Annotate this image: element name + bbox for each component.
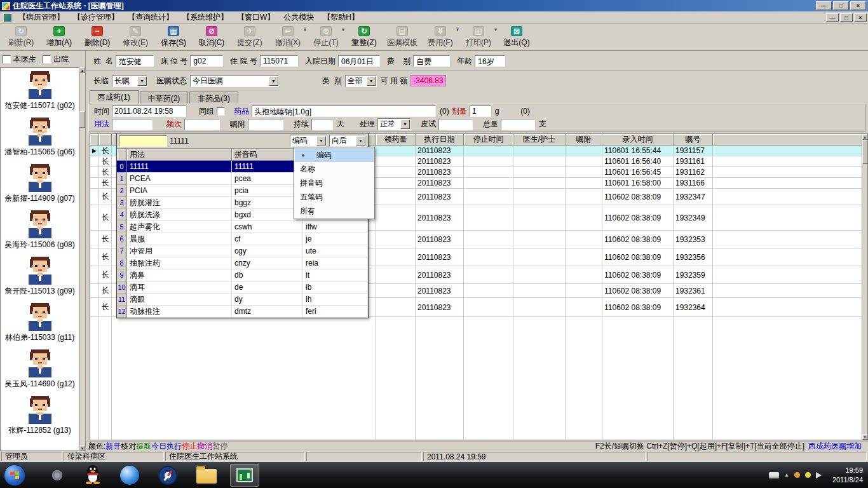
column-header-flag[interactable]	[99, 134, 112, 146]
column-header-entry-time[interactable]: 录入时间	[602, 134, 674, 146]
process-select[interactable]: 正常▼	[377, 118, 410, 130]
column-header-qty[interactable]: 领药量	[376, 134, 416, 146]
menu-item[interactable]: 【病历管理】	[14, 11, 69, 24]
usage-option-row[interactable]: 12 动脉推注 dmtz feri	[117, 306, 368, 318]
menu-item[interactable]: 【诊疗管理】	[69, 11, 123, 24]
order-template-icon[interactable]: ▤ 医嘱模板 ▾	[384, 25, 421, 50]
chevron-down-icon[interactable]: ▼	[269, 76, 278, 86]
exit-icon[interactable]: ⊠ 退出(Q) ▾	[498, 25, 535, 50]
keyboard-icon[interactable]	[769, 472, 779, 478]
patient-list-item[interactable]: 余新擢-114909 (g07)	[1, 161, 79, 207]
start-button[interactable]	[4, 464, 25, 486]
compass-icon[interactable]	[158, 466, 177, 485]
skin-test-input[interactable]	[438, 119, 473, 130]
usage-search-input[interactable]	[119, 135, 167, 147]
usage-option-row[interactable]: 10 滴耳 de ib	[117, 281, 368, 294]
scroll-down-icon[interactable]: ▼	[79, 445, 85, 451]
patient-list-item[interactable]: 林伯弟-115033 (g11)	[1, 300, 79, 346]
patient-list-item[interactable]: 吴海玲-115006 (g08)	[1, 207, 79, 254]
cancel-icon[interactable]: ⊘ 取消(C) ▾	[193, 25, 230, 50]
order-status-select[interactable]: 今日医嘱▼	[190, 75, 279, 87]
search-direction-select[interactable]: 向后▼	[329, 135, 366, 147]
dropdown-arrow-icon[interactable]: ▾	[494, 27, 497, 32]
fee-icon[interactable]: ¥ 费用(F) ▾	[422, 25, 459, 50]
taskbar-clock[interactable]: 19:59 2011/8/24	[832, 466, 863, 484]
print-icon[interactable]: ▥ 打印(P) ▾	[460, 25, 497, 50]
folder-icon[interactable]	[196, 469, 217, 484]
scroll-thumb[interactable]	[79, 111, 85, 128]
column-header-exec-date[interactable]: 执行日期	[416, 134, 464, 146]
discharged-checkbox[interactable]	[43, 55, 51, 64]
drug-tab[interactable]: 西成药(1)	[90, 90, 139, 104]
drug-input[interactable]: 头孢地嗪钠[1.0g]	[252, 105, 436, 117]
orders-table-scrollbar[interactable]: ▲ ▼	[862, 134, 867, 440]
column-header-note[interactable]: 嘱附	[566, 134, 602, 146]
patient-list-item[interactable]: 张辉-112852 (g13)	[1, 393, 79, 439]
my-doctor-checkbox[interactable]	[3, 55, 11, 64]
usage-option-row[interactable]: 9 滴鼻 db it	[117, 269, 368, 281]
menu-item[interactable]: 【帮助H】	[318, 11, 363, 24]
maximize-button[interactable]: □	[833, 1, 849, 10]
duration-input[interactable]	[311, 119, 333, 130]
submit-icon[interactable]: ✈ 提交(Z) ▾	[231, 25, 268, 50]
time-input[interactable]: 2011.08.24 19:58	[112, 105, 186, 117]
total-input[interactable]	[501, 119, 535, 130]
scroll-down-icon[interactable]: ▼	[862, 434, 868, 440]
column-header-doctor[interactable]: 医生/护士	[513, 134, 566, 146]
usage-option-row[interactable]: 7 冲管用 cgy ute	[117, 245, 368, 257]
scroll-thumb[interactable]	[862, 140, 868, 164]
dropdown-arrow-icon[interactable]: ▾	[456, 27, 459, 32]
volume-icon[interactable]	[816, 472, 825, 478]
search-mode-option[interactable]: ● 拼音码	[295, 176, 374, 190]
chevron-down-icon[interactable]: ▼	[400, 119, 410, 129]
column-header-stop-time[interactable]: 停止时间	[464, 134, 513, 146]
close-button[interactable]: ×	[850, 1, 866, 10]
drug-tab[interactable]: 中草药(2)	[140, 92, 189, 104]
dropdown-arrow-icon[interactable]: ▾	[342, 27, 344, 32]
menu-item[interactable]: 【查询统计】	[123, 11, 178, 24]
search-mode-option[interactable]: ● 名称	[295, 162, 374, 176]
qq-icon[interactable]	[85, 464, 101, 486]
tray-expand-icon[interactable]: ▲	[784, 472, 789, 478]
usage-option-row[interactable]: 8 抽脓注药 cnzy reia	[117, 257, 368, 269]
note-input[interactable]	[248, 119, 283, 130]
drug-tab[interactable]: 非药品(3)	[189, 92, 238, 104]
menu-item[interactable]: 【系统维护】	[178, 11, 233, 24]
dose-input[interactable]: 1	[470, 105, 491, 117]
delete-icon[interactable]: − 删除(D) ▾	[79, 25, 116, 50]
settings-icon[interactable]	[52, 470, 62, 480]
mdi-minimize-button[interactable]: —	[826, 13, 839, 22]
patient-list-item[interactable]: 潘智柏-115065 (g06)	[1, 114, 79, 161]
add-icon[interactable]: + 增加(A) ▾	[41, 25, 78, 50]
scroll-up-icon[interactable]: ▲	[862, 134, 868, 140]
search-mode-option[interactable]: ● 编码	[295, 148, 374, 162]
dropdown-arrow-icon[interactable]: ▾	[304, 27, 306, 32]
save-icon[interactable]: ▦ 保存(S) ▾	[155, 25, 192, 50]
patient-list-item[interactable]: 詹开陛-115013 (g09)	[1, 254, 79, 300]
rearrange-icon[interactable]: ↻ 重整(Z) ▾	[346, 25, 383, 50]
mdi-close-button[interactable]: ×	[854, 13, 867, 22]
browser-icon[interactable]	[120, 466, 139, 485]
patient-list-scrollbar[interactable]: ▲ ▼	[79, 67, 85, 451]
menu-item[interactable]: 公共模块	[279, 11, 318, 24]
patient-list-item[interactable]: 范安健-115071 (g02)	[1, 68, 79, 114]
chevron-down-icon[interactable]: ▼	[367, 76, 376, 86]
minimize-button[interactable]: —	[816, 1, 832, 10]
category-select[interactable]: 全部▼	[345, 75, 377, 87]
match-mode-select[interactable]: 编码▼	[290, 135, 327, 147]
undo-icon[interactable]: ↩ 撤消(X) ▾	[269, 25, 306, 50]
same-group-checkbox[interactable]	[217, 107, 225, 116]
column-header-order-no[interactable]: 嘱号	[674, 134, 713, 146]
search-mode-option[interactable]: ● 所有	[295, 204, 374, 218]
search-mode-option[interactable]: ● 五笔码	[295, 190, 374, 204]
usage-option-row[interactable]: 5 超声雾化 cswh iffw	[117, 221, 368, 233]
order-length-select[interactable]: 长嘱▼	[112, 75, 147, 87]
menu-item[interactable]: 【窗口W】	[233, 11, 279, 24]
chevron-down-icon[interactable]: ▼	[137, 76, 147, 86]
tray-icon-orange[interactable]	[794, 472, 800, 478]
refresh-icon[interactable]: ↻ 刷新(R) ▾	[3, 25, 39, 50]
chevron-down-icon[interactable]: ▼	[316, 136, 326, 146]
frequency-input[interactable]	[184, 119, 220, 130]
chevron-down-icon[interactable]: ▼	[356, 136, 365, 146]
mdi-restore-button[interactable]: □	[840, 13, 853, 22]
